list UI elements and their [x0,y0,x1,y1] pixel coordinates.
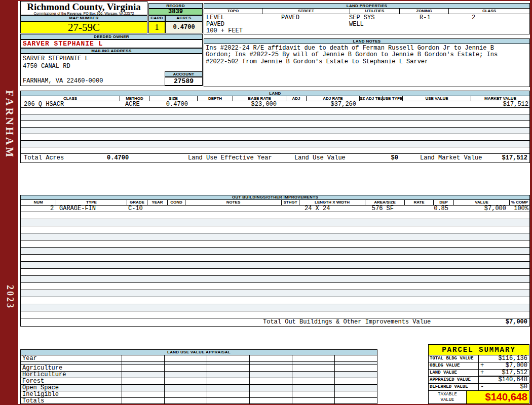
land-adj-rate: $37,260 [314,101,356,107]
ob-pct-comp: 100% [503,206,528,212]
land-properties-header-row: TOPO STREET UTILITIES ZONING CLASS [204,9,529,14]
out-buildings-total-row: Total Out Buildings & Other Improvements… [21,318,529,326]
land-use-value: $0 [355,154,398,163]
appraisal-cell [292,372,335,378]
land-properties-title: LAND PROPERTIES [204,4,529,9]
column-header: ADJ RATE [307,96,360,101]
column-header: METHOD [120,96,149,101]
appraisal-cell [165,398,207,404]
land-row: 206 Q HSACR ACRE 0.4700 $23,000 $37,260 … [21,101,529,108]
appraisal-cell [207,355,250,361]
map-number-label: MAP NUMBER [20,15,147,21]
appraisal-row-label: Open Space [21,385,122,391]
appraisal-cell [292,378,335,384]
summary-value: $116,136 [498,355,527,362]
appraisal-row: Year [21,355,377,362]
deeded-owner-name: SARVER STEPHANIE L [20,39,203,48]
taxable-value-row: TAXABLE VALUE $140,648 [428,391,529,404]
appraisal-cell [335,391,377,397]
utilities-value: WELL [349,21,364,28]
appraisal-cell [335,372,377,378]
out-buildings-total-label: Total Out Buildings & Other Improvements… [263,318,431,326]
summary-label: DEFERRED VALUE [428,384,479,391]
topo-value: 100 + FEET [206,28,243,34]
empty-row [21,269,529,276]
appraisal-cell [207,362,250,364]
column-header: MARKET VALUE [471,96,529,101]
out-building-row: 2 GARAGE-FIN C-10 24 X 24 576 SF 0.85 $7… [21,206,529,212]
empty-row [21,240,529,248]
appraisal-row: Agriculture [21,365,377,372]
appraisal-cell [122,385,165,391]
appraisal-cell [165,362,207,364]
ob-dep: 0.85 [415,206,448,212]
appraisal-cell [250,365,292,371]
column-header: SZ ADJ TBL [360,96,383,101]
column-header: LENGTH X WIDTH [299,200,365,205]
appraisal-cell [207,391,250,397]
appraisal-cell [207,385,250,391]
tax-year-label: 2023 [5,285,15,309]
appraisal-row-label: Horticulture [21,372,122,378]
column-header: ZONING [400,9,449,14]
taxable-value: $140,648 [467,391,529,404]
column-header: TOPO [204,9,262,14]
map-number: 27-59C [20,21,147,33]
effective-year-label: Land Use Effective Year [188,154,272,163]
summary-sign: - [480,384,484,390]
summary-value: $0 [520,384,527,390]
address-line: 4750 CANAL RD [23,63,202,70]
appraisal-cell [335,378,377,384]
summary-label: LAND VALUE [428,370,479,377]
land-notes-title: LAND NOTES [204,39,529,44]
land-totals-row: Total Acres 0.4700 Land Use Effective Ye… [21,154,529,163]
summary-label: OBLDG VALUE [428,362,479,370]
appraisal-title: LAND USE VALUE APPRAISAL [21,350,377,355]
column-header: NOTES [185,200,282,205]
total-acres: 0.4700 [107,154,129,163]
column-header: TYPE [56,200,127,205]
land-class: 206 Q HSACR [24,101,64,107]
ob-grade: C-10 [128,206,143,212]
account-header: ACCOUNT [165,71,203,77]
summary-value: $140,648 [498,377,527,383]
ob-area-size: 576 SF [354,206,394,212]
appraisal-cell [165,372,207,378]
appraisal-cell [122,378,165,384]
appraisal-row: Forest [21,378,377,385]
land-method: ACRE [125,101,140,107]
column-header: COND [168,200,185,205]
empty-row [21,114,529,121]
column-header: BASE RATE [233,96,286,101]
appraisal-cell [165,391,207,397]
acres-value: 0.4700 [165,21,203,33]
appraisal-row-label: Year [21,355,122,361]
empty-row [21,304,529,311]
record-label: RECORD [148,3,203,9]
appraisal-cell [165,355,207,361]
appraisal-row-label: Ineligible [21,391,122,397]
address-line: SARVER STEPHANIE L [23,55,202,63]
commissioner-address: Commissioner of the Revenue, PO Box 366,… [21,12,147,15]
appraisal-cell [207,398,250,404]
appraisal-cell [250,378,292,384]
land-table: LAND CLASS METHOD SIZE DEPTH BASE RATE A… [20,91,530,163]
empty-row [21,290,529,297]
appraisal-cell [292,391,335,397]
column-header: GRADE [127,200,147,205]
appraisal-cell [292,365,335,371]
appraisal-cell [250,372,292,378]
record-number: 3839 [148,9,203,15]
land-size: 0.4700 [142,101,188,107]
appraisal-cell [292,385,335,391]
out-buildings-total-value: $7,000 [457,318,527,326]
appraisal-row-label: Agriculture [21,365,122,371]
column-header: RATE [405,200,434,205]
column-header: NUM [21,200,56,205]
column-header: USE TYPE [383,96,403,101]
county-title: Richmond County, Virginia [21,2,147,12]
acres-label: ACRES [165,15,203,21]
card-label: CARD [148,15,165,21]
account-number: 27589 [165,77,203,86]
land-use-value-label: Land Use Value [294,154,346,163]
